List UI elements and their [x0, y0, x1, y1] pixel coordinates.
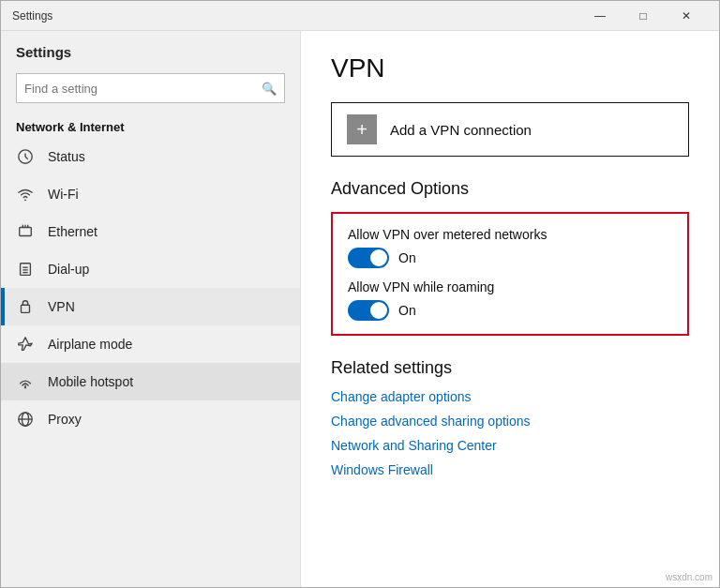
- toggle-roaming-label: On: [398, 303, 416, 318]
- maximize-button[interactable]: □: [622, 1, 665, 31]
- svg-rect-12: [22, 305, 30, 312]
- related-settings-heading: Related settings: [331, 358, 689, 378]
- related-link-firewall[interactable]: Windows Firewall: [331, 462, 689, 477]
- option-metered-label: Allow VPN over metered networks: [348, 227, 672, 242]
- dialup-icon: [16, 260, 35, 279]
- page-title: VPN: [331, 53, 689, 83]
- app-body: Settings 🔍 Network & Internet Status: [1, 31, 719, 587]
- related-link-adapter[interactable]: Change adapter options: [331, 389, 689, 404]
- ethernet-icon: [16, 222, 35, 241]
- sidebar-search-box[interactable]: 🔍: [16, 73, 285, 103]
- vpn-icon: [16, 297, 35, 316]
- add-vpn-label: Add a VPN connection: [390, 122, 532, 138]
- sidebar-item-label-airplane: Airplane mode: [48, 337, 132, 352]
- airplane-icon: [16, 335, 35, 354]
- svg-rect-8: [21, 264, 31, 276]
- sidebar-header: Settings: [1, 31, 300, 68]
- sidebar-item-label-ethernet: Ethernet: [48, 224, 98, 239]
- sidebar-item-vpn[interactable]: VPN: [1, 288, 300, 325]
- search-icon: 🔍: [262, 82, 277, 96]
- option-row-roaming: Allow VPN while roaming On: [348, 279, 672, 321]
- sidebar-item-label-hotspot: Mobile hotspot: [48, 374, 133, 389]
- advanced-options-heading: Advanced Options: [331, 179, 689, 199]
- sidebar-item-label-dialup: Dial-up: [48, 262, 89, 277]
- sidebar-item-airplane[interactable]: Airplane mode: [1, 325, 300, 363]
- proxy-icon: [16, 410, 35, 429]
- option-row-metered: Allow VPN over metered networks On: [348, 227, 672, 268]
- add-vpn-plus-icon: +: [347, 114, 377, 144]
- main-panel: VPN + Add a VPN connection Advanced Opti…: [301, 31, 719, 587]
- titlebar-title: Settings: [12, 9, 578, 23]
- search-input[interactable]: [24, 82, 262, 96]
- toggle-metered[interactable]: [348, 248, 389, 268]
- sidebar-item-hotspot[interactable]: Mobile hotspot: [1, 363, 300, 400]
- add-vpn-button[interactable]: + Add a VPN connection: [331, 102, 689, 157]
- sidebar-item-label-proxy: Proxy: [48, 412, 82, 427]
- sidebar-item-label-wifi: Wi-Fi: [48, 187, 79, 202]
- wifi-icon: [16, 185, 35, 204]
- titlebar: Settings — □ ✕: [1, 1, 719, 31]
- titlebar-controls: — □ ✕: [578, 1, 708, 31]
- sidebar-section-label: Network & Internet: [1, 113, 300, 138]
- option-metered-toggle-row: On: [348, 248, 672, 268]
- sidebar-item-label-status: Status: [48, 149, 85, 164]
- toggle-metered-label: On: [398, 250, 416, 265]
- settings-window: Settings — □ ✕ Settings 🔍 Network & Inte…: [0, 0, 720, 588]
- hotspot-icon: [16, 372, 35, 391]
- sidebar-item-wifi[interactable]: Wi-Fi: [1, 175, 300, 213]
- sidebar-item-ethernet[interactable]: Ethernet: [1, 213, 300, 250]
- advanced-options-box: Allow VPN over metered networks On Allow…: [331, 212, 689, 336]
- close-button[interactable]: ✕: [665, 1, 708, 31]
- status-icon: [16, 147, 35, 166]
- toggle-roaming[interactable]: [348, 300, 389, 321]
- option-roaming-label: Allow VPN while roaming: [348, 279, 672, 294]
- svg-line-2: [25, 157, 28, 159]
- minimize-button[interactable]: —: [578, 1, 622, 31]
- svg-point-3: [24, 199, 26, 201]
- related-link-sharing[interactable]: Change advanced sharing options: [331, 414, 689, 429]
- sidebar: Settings 🔍 Network & Internet Status: [1, 31, 301, 587]
- related-link-sharing-center[interactable]: Network and Sharing Center: [331, 438, 689, 453]
- sidebar-item-dialup[interactable]: Dial-up: [1, 250, 300, 288]
- svg-rect-4: [20, 228, 32, 236]
- sidebar-item-status[interactable]: Status: [1, 138, 300, 175]
- sidebar-item-proxy[interactable]: Proxy: [1, 400, 300, 438]
- option-roaming-toggle-row: On: [348, 300, 672, 321]
- sidebar-item-label-vpn: VPN: [48, 299, 75, 314]
